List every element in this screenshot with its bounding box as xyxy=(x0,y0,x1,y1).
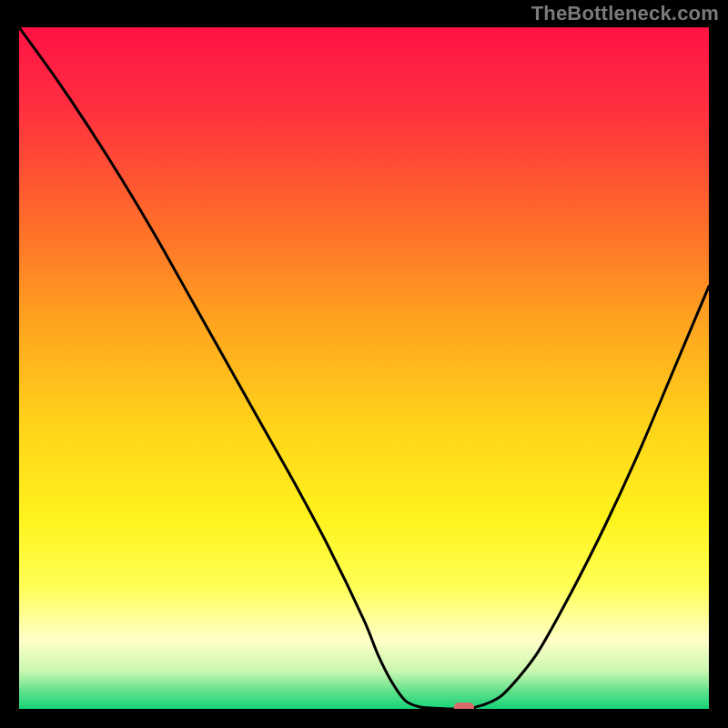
gradient-panel xyxy=(19,27,709,709)
optimum-marker xyxy=(454,703,474,709)
watermark-text: TheBottleneck.com xyxy=(531,2,719,25)
chart-svg xyxy=(19,27,709,709)
plot-area xyxy=(19,27,709,709)
chart-frame: TheBottleneck.com xyxy=(0,0,728,728)
